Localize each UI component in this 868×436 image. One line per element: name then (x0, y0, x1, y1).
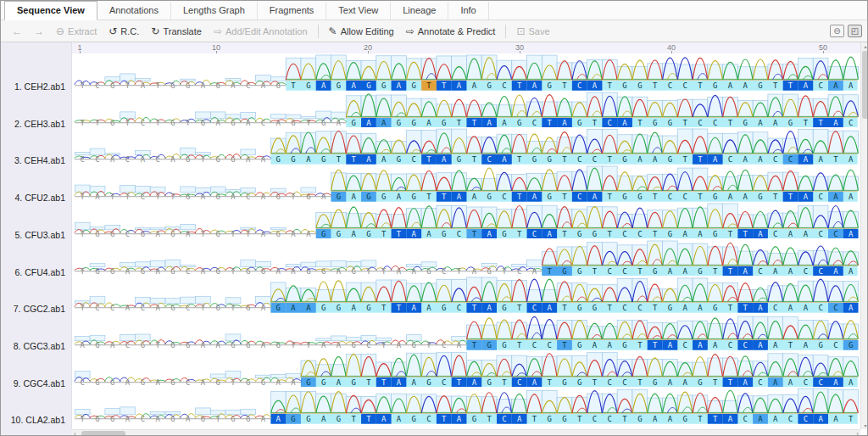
base-letter[interactable]: G (246, 341, 250, 349)
base-letter[interactable]: G (337, 230, 341, 238)
trace-row-7[interactable]: TCCACAGCTGTGAGAAGGAGTTAAGCTAGTCATGGTCCTG… (72, 276, 860, 313)
base-letter[interactable]: C (758, 378, 762, 387)
base-letter[interactable]: A (833, 119, 838, 127)
base-letter[interactable]: A (291, 230, 296, 238)
base-letter[interactable]: C (517, 267, 521, 276)
base-letter[interactable]: C (682, 341, 687, 349)
base-letter[interactable]: A (231, 81, 236, 90)
base-letter[interactable]: G (321, 378, 326, 387)
base-letter[interactable]: A (728, 416, 733, 424)
scroll-down-icon[interactable]: ▾ (861, 422, 868, 428)
base-letter[interactable]: G (351, 378, 355, 387)
sample-label-4-cfu2-ab1[interactable]: 4. CFU2.ab1 (14, 193, 65, 203)
base-letter[interactable]: C (141, 416, 145, 424)
base-letter[interactable]: G (548, 156, 552, 165)
base-letter[interactable]: A (397, 341, 402, 349)
base-letter[interactable]: A (804, 193, 809, 201)
base-letter[interactable]: T (426, 193, 431, 201)
base-letter[interactable]: G (306, 378, 310, 387)
base-letter[interactable]: G (170, 304, 175, 312)
base-letter[interactable]: A (548, 304, 553, 312)
base-letter[interactable]: A (758, 119, 763, 127)
base-letter[interactable]: T (81, 81, 86, 90)
base-letter[interactable]: G (95, 230, 99, 238)
base-letter[interactable]: T (472, 156, 477, 165)
base-letter[interactable]: C (261, 119, 265, 127)
base-letter[interactable]: A (743, 378, 748, 387)
base-letter[interactable]: G (668, 230, 672, 238)
base-letter[interactable]: A (487, 304, 492, 312)
base-letter[interactable]: T (788, 81, 793, 90)
base-letter[interactable]: C (773, 304, 777, 312)
base-letter[interactable]: G (141, 341, 145, 349)
base-letter[interactable]: C (608, 267, 612, 276)
base-letter[interactable]: A (306, 230, 311, 238)
base-letter[interactable]: T (637, 341, 643, 349)
base-letter[interactable]: A (833, 81, 838, 90)
base-letter[interactable]: T (743, 304, 748, 312)
base-letter[interactable]: G (397, 156, 401, 165)
base-letter[interactable]: A (261, 230, 266, 238)
tab-annotations[interactable]: Annotations (97, 2, 171, 20)
base-letter[interactable]: G (141, 378, 145, 387)
base-letter[interactable]: A (201, 378, 206, 387)
base-letter[interactable]: A (653, 156, 658, 165)
allow-editing-button[interactable]: ✎Allow Editing (323, 24, 400, 39)
base-letter[interactable]: G (682, 416, 687, 424)
base-letter[interactable]: A (743, 267, 748, 276)
base-letter[interactable]: T (562, 193, 567, 201)
base-letter[interactable]: T (517, 304, 522, 312)
base-letter[interactable]: C (637, 230, 642, 238)
base-letter[interactable]: G (246, 267, 250, 276)
base-letter[interactable]: A (276, 416, 281, 424)
base-letter[interactable]: C (593, 156, 597, 165)
base-letter[interactable]: C (141, 119, 145, 127)
base-letter[interactable]: G (366, 193, 370, 201)
base-letter[interactable]: A (351, 81, 356, 90)
base-letter[interactable]: C (818, 304, 822, 312)
base-letter[interactable]: A (351, 304, 356, 312)
base-letter[interactable]: T (381, 267, 387, 276)
base-letter[interactable]: T (532, 416, 537, 424)
base-letter[interactable]: C (246, 81, 250, 90)
base-letter[interactable]: G (231, 119, 235, 127)
base-letter[interactable]: T (81, 193, 86, 201)
base-letter[interactable]: A (682, 304, 687, 312)
base-letter[interactable]: A (337, 378, 342, 387)
base-letter[interactable]: A (682, 267, 687, 276)
base-letter[interactable]: C (728, 156, 732, 165)
base-letter[interactable]: C (426, 416, 431, 424)
base-letter[interactable]: G (487, 378, 491, 387)
base-letter[interactable]: T (291, 193, 296, 201)
base-letter[interactable]: G (351, 341, 355, 349)
base-letter[interactable]: G (713, 304, 717, 312)
base-letter[interactable]: G (366, 230, 370, 238)
base-letter[interactable]: C (442, 341, 446, 349)
base-letter[interactable]: C (637, 304, 642, 312)
base-letter[interactable]: G (110, 378, 114, 387)
base-letter[interactable]: G (306, 416, 310, 424)
base-letter[interactable]: G (276, 81, 281, 90)
base-letter[interactable]: G (412, 119, 416, 127)
base-letter[interactable]: A (186, 416, 191, 424)
base-letter[interactable]: A (291, 378, 296, 387)
base-letter[interactable]: A (261, 304, 266, 312)
base-letter[interactable]: A (849, 230, 854, 238)
base-letter[interactable]: T (231, 378, 236, 387)
base-letter[interactable]: A (426, 304, 431, 312)
base-letter[interactable]: A (276, 378, 281, 387)
base-letter[interactable]: T (231, 304, 236, 312)
base-letter[interactable]: T (517, 230, 522, 238)
base-letter[interactable]: T (728, 304, 733, 312)
base-letter[interactable]: A (833, 378, 838, 387)
trace-row-1[interactable]: TCGTATGGAGACAGTGAGAGGAGTTAAGCTAGTCATGGTC… (72, 53, 860, 91)
base-letter[interactable]: C (608, 416, 612, 424)
base-letter[interactable]: A (818, 156, 823, 165)
base-letter[interactable]: A (532, 267, 537, 276)
base-letter[interactable]: T (231, 230, 236, 238)
base-letter[interactable]: C (622, 230, 626, 238)
base-letter[interactable]: G (487, 193, 491, 201)
base-letter[interactable]: A (743, 81, 748, 90)
base-letter[interactable]: A (337, 341, 342, 349)
base-letter[interactable]: A (397, 81, 402, 90)
